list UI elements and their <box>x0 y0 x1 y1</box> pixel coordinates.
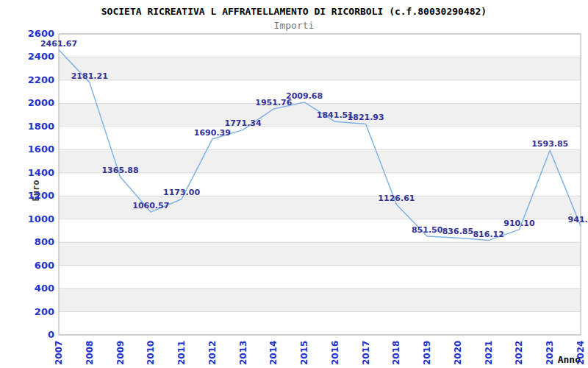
y-tick-label: 2600 <box>28 28 54 39</box>
y-tick-label: 800 <box>35 236 54 247</box>
x-tick-label: 2007 <box>54 341 64 365</box>
data-point-label: 816.12 <box>473 230 503 239</box>
y-tick-label: 600 <box>35 260 54 271</box>
plot-area: 0200400600800100012001400160018002000220… <box>0 0 588 368</box>
x-tick-label: 2024 <box>576 341 586 365</box>
data-point-label: 1690.39 <box>194 128 231 138</box>
y-tick-label: 1000 <box>28 213 54 224</box>
grid-band <box>59 57 581 79</box>
x-tick-label: 2017 <box>361 341 371 365</box>
y-tick-label: 1600 <box>28 144 54 155</box>
x-tick-label: 2016 <box>330 341 340 365</box>
x-tick-label: 2021 <box>484 341 494 365</box>
y-tick-label: 1800 <box>28 121 54 132</box>
y-tick-label: 2000 <box>28 97 54 108</box>
x-tick-label: 2014 <box>268 341 279 365</box>
data-point-label: 1173.00 <box>163 188 200 197</box>
x-tick-label: 2008 <box>85 341 95 365</box>
grid-band <box>59 242 581 265</box>
data-point-label: 941.5 <box>568 215 588 224</box>
grid-band <box>59 289 581 311</box>
y-tick-label: 2200 <box>28 74 54 85</box>
x-tick-label: 2019 <box>422 341 432 365</box>
data-point-label: 851.50 <box>412 225 443 235</box>
data-point-label: 1821.93 <box>348 113 384 122</box>
data-point-label: 1060.57 <box>132 201 169 210</box>
x-tick-label: 2020 <box>453 341 463 365</box>
x-tick-label: 2015 <box>299 341 309 365</box>
y-tick-label: 1200 <box>28 190 54 201</box>
x-tick-label: 2010 <box>146 341 156 365</box>
x-tick-label: 2018 <box>391 341 401 365</box>
y-tick-label: 400 <box>35 283 54 294</box>
data-point-label: 2461.67 <box>40 39 77 49</box>
y-tick-label: 2400 <box>28 51 54 62</box>
data-point-label: 836.85 <box>442 227 473 236</box>
data-point-label: 910.10 <box>503 219 535 228</box>
x-tick-label: 2022 <box>514 341 524 365</box>
x-tick-label: 2012 <box>207 341 218 365</box>
y-tick-label: 200 <box>35 306 54 317</box>
x-tick-label: 2013 <box>238 341 248 365</box>
data-point-label: 1771.34 <box>225 118 262 128</box>
x-tick-label: 2009 <box>115 341 126 365</box>
x-tick-label: 2023 <box>545 341 555 365</box>
x-tick-label: 2011 <box>176 341 187 365</box>
data-point-label: 2009.68 <box>286 91 323 101</box>
data-point-label: 1365.88 <box>101 166 138 175</box>
chart-canvas: { "header": { "title": "SOCIETA RICREATI… <box>0 0 588 368</box>
data-point-label: 1126.61 <box>378 194 415 203</box>
data-point-label: 1593.85 <box>531 139 568 149</box>
y-tick-label: 1400 <box>28 167 54 178</box>
y-tick-label: 0 <box>48 329 54 340</box>
data-point-label: 2181.21 <box>71 71 108 81</box>
